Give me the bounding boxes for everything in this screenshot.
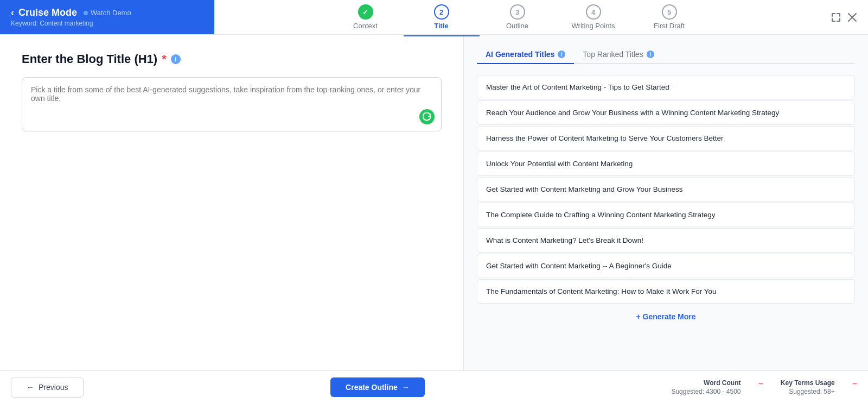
list-item[interactable]: What is Content Marketing? Let's Break i… — [477, 228, 855, 253]
title-input-wrapper — [22, 77, 442, 131]
step-outline-label: Outline — [506, 22, 528, 30]
list-item[interactable]: Get Started with Content Marketing -- A … — [477, 254, 855, 278]
list-item[interactable]: Master the Art of Content Marketing - Ti… — [477, 75, 855, 99]
list-item[interactable]: Reach Your Audience and Grow Your Busine… — [477, 100, 855, 125]
step-title-label: Title — [434, 22, 449, 30]
word-count-stat: Word Count Suggested: 4300 - 4500 — [671, 379, 741, 395]
info-icon[interactable]: i — [171, 54, 181, 64]
tab-ai-label: AI Generated Titles — [486, 50, 554, 59]
key-terms-minus-icon[interactable]: − — [852, 379, 857, 395]
key-terms-stat: Key Terms Usage Suggested: 58+ — [781, 379, 835, 395]
required-star: * — [162, 52, 167, 66]
step-context[interactable]: ✓ Context — [328, 4, 404, 30]
close-button[interactable] — [847, 12, 857, 22]
tab-top-ranked-label: Top Ranked Titles — [583, 50, 643, 59]
section-title-text: Enter the Blog Title (H1) — [22, 52, 157, 66]
watch-demo-label: Watch Demo — [91, 9, 131, 17]
watch-demo-link[interactable]: Watch Demo — [84, 9, 131, 17]
previous-arrow-icon: ← — [27, 383, 34, 392]
section-title: Enter the Blog Title (H1) * i — [22, 52, 442, 66]
step-context-icon: ✓ — [358, 4, 373, 20]
step-first-draft[interactable]: 5 First Draft — [631, 4, 707, 30]
word-count-label: Word Count — [704, 379, 741, 387]
word-count-minus-icon[interactable]: − — [758, 379, 763, 395]
list-item[interactable]: Harness the Power of Content Marketing t… — [477, 126, 855, 150]
list-item[interactable]: The Fundamentals of Content Marketing: H… — [477, 279, 855, 304]
step-context-label: Context — [353, 22, 378, 30]
steps-bar: ✓ Context 2 Title 3 Outline 4 Writing Po… — [214, 0, 820, 34]
previous-label: Previous — [39, 383, 68, 392]
create-outline-label: Create Outline — [346, 383, 398, 392]
step-writing-points-label: Writing Points — [572, 22, 615, 30]
create-outline-button[interactable]: Create Outline → — [330, 377, 425, 397]
previous-button[interactable]: ← Previous — [11, 377, 84, 398]
step-title-icon: 2 — [434, 4, 449, 20]
generate-more-button[interactable]: + Generate More — [477, 312, 855, 321]
tab-ai-info-icon: i — [558, 51, 565, 58]
cruise-mode-panel: ‹ Cruise Mode Watch Demo Keyword: Conten… — [0, 0, 214, 34]
key-terms-suggested: Suggested: 58+ — [789, 388, 834, 395]
title-suggestions-list: Master the Art of Content Marketing - Ti… — [477, 75, 855, 304]
create-outline-arrow-icon: → — [402, 383, 410, 392]
footer-right-stats: Word Count Suggested: 4300 - 4500 − Key … — [671, 379, 857, 395]
tab-ai-generated[interactable]: AI Generated Titles i — [477, 46, 574, 64]
cruise-mode-title: ‹ Cruise Mode Watch Demo — [11, 7, 203, 18]
word-count-suggested: Suggested: 4300 - 4500 — [671, 388, 741, 395]
watch-demo-dot — [84, 11, 88, 15]
cruise-mode-label: Cruise Mode — [18, 7, 77, 18]
list-item[interactable]: Get Started with Content Marketing and G… — [477, 177, 855, 202]
expand-button[interactable] — [831, 12, 841, 22]
back-button[interactable]: ‹ — [11, 7, 14, 18]
step-title[interactable]: 2 Title — [404, 4, 480, 30]
step-outline-icon: 3 — [510, 4, 525, 20]
footer-bar: ← Previous Create Outline → Word Count S… — [0, 370, 868, 403]
step-first-draft-icon: 5 — [662, 4, 677, 20]
key-terms-label: Key Terms Usage — [781, 379, 835, 387]
step-first-draft-label: First Draft — [654, 22, 685, 30]
top-bar: ‹ Cruise Mode Watch Demo Keyword: Conten… — [0, 0, 868, 35]
tab-top-ranked[interactable]: Top Ranked Titles i — [574, 46, 662, 64]
step-writing-points[interactable]: 4 Writing Points — [556, 4, 631, 30]
right-panel: AI Generated Titles i Top Ranked Titles … — [464, 35, 868, 370]
tab-top-ranked-info-icon: i — [647, 51, 654, 58]
list-item[interactable]: Unlock Your Potential with Content Marke… — [477, 152, 855, 176]
tabs-row: AI Generated Titles i Top Ranked Titles … — [477, 46, 855, 64]
title-input[interactable] — [31, 85, 432, 120]
step-title-underline — [404, 35, 480, 36]
keyword-label: Keyword: Content marketing — [11, 20, 203, 27]
left-panel: Enter the Blog Title (H1) * i — [0, 35, 464, 370]
step-writing-points-icon: 4 — [586, 4, 601, 20]
step-outline[interactable]: 3 Outline — [480, 4, 556, 30]
list-item[interactable]: The Complete Guide to Crafting a Winning… — [477, 203, 855, 227]
regenerate-button[interactable] — [419, 109, 435, 124]
main-content: Enter the Blog Title (H1) * i AI Generat… — [0, 35, 868, 370]
top-bar-actions — [820, 0, 868, 34]
